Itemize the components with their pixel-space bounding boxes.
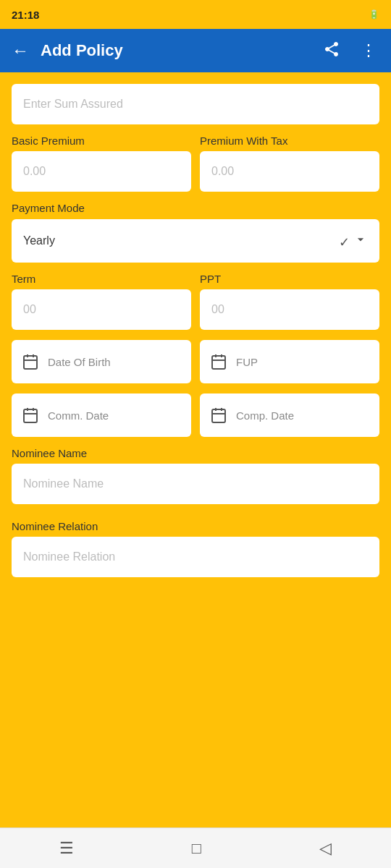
form-content: Basic Premium Premium With Tax Payment M…	[0, 72, 391, 599]
term-ppt-row: Term PPT	[12, 273, 379, 330]
premium-with-tax-label: Premium With Tax	[200, 135, 379, 147]
comm-date-button[interactable]: Comm. Date	[12, 393, 191, 437]
premium-with-tax-input[interactable]	[200, 151, 379, 192]
comm-date-col: Comm. Date	[12, 393, 191, 437]
comm-calendar-icon	[22, 407, 39, 424]
comm-date-label: Comm. Date	[48, 409, 109, 422]
nominee-relation-section: Nominee Relation	[12, 520, 379, 587]
share-button[interactable]	[317, 38, 346, 64]
svg-rect-8	[24, 409, 37, 422]
svg-rect-4	[212, 356, 225, 369]
comm-comp-row: Comm. Date Comp. Date	[12, 393, 379, 437]
dropdown-arrow-icon	[353, 232, 368, 247]
status-icons: 🔋	[369, 9, 379, 20]
dob-col: Date Of Birth	[12, 340, 191, 383]
share-icon	[323, 41, 340, 58]
date-of-birth-label: Date Of Birth	[48, 356, 111, 368]
menu-nav-button[interactable]: ☰	[45, 833, 88, 864]
dob-fup-row: Date Of Birth FUP	[12, 340, 379, 383]
comp-date-button[interactable]: Comp. Date	[200, 393, 379, 437]
network-icon: 🔋	[369, 9, 379, 20]
premium-row: Basic Premium Premium With Tax	[12, 135, 379, 192]
nominee-name-label: Nominee Name	[12, 447, 379, 459]
page-title: Add Policy	[41, 41, 308, 60]
fup-label: FUP	[236, 356, 258, 368]
nominee-name-input[interactable]	[12, 464, 379, 504]
basic-premium-col: Basic Premium	[12, 135, 191, 192]
comp-date-label: Comp. Date	[236, 409, 294, 422]
payment-mode-value: Yearly	[23, 234, 339, 247]
basic-premium-label: Basic Premium	[12, 135, 191, 147]
term-label: Term	[12, 273, 191, 285]
home-nav-button[interactable]: □	[177, 833, 216, 864]
svg-rect-0	[24, 356, 37, 369]
bottom-nav: ☰ □ ◁	[0, 827, 391, 868]
back-nav-button[interactable]: ◁	[305, 833, 346, 864]
status-bar: 21:18 🔋	[0, 0, 391, 29]
sum-assured-input[interactable]	[12, 84, 379, 124]
nominee-name-section: Nominee Name	[12, 447, 379, 514]
fup-col: FUP	[200, 340, 379, 383]
comp-calendar-icon	[210, 407, 227, 424]
date-of-birth-button[interactable]: Date Of Birth	[12, 340, 191, 383]
basic-premium-input[interactable]	[12, 151, 191, 192]
ppt-label: PPT	[200, 273, 379, 285]
status-time: 21:18	[12, 9, 39, 21]
payment-mode-dropdown[interactable]: Yearly ✓	[12, 219, 379, 263]
calendar-icon	[22, 353, 39, 370]
term-input[interactable]	[12, 289, 191, 330]
svg-rect-12	[212, 409, 225, 422]
fup-calendar-icon	[210, 353, 227, 370]
app-bar: ← Add Policy ⋮	[0, 29, 391, 72]
back-button[interactable]: ←	[9, 38, 32, 64]
fup-button[interactable]: FUP	[200, 340, 379, 383]
nominee-relation-label: Nominee Relation	[12, 520, 379, 532]
comp-date-col: Comp. Date	[200, 393, 379, 437]
term-col: Term	[12, 273, 191, 330]
ppt-input[interactable]	[200, 289, 379, 330]
premium-with-tax-col: Premium With Tax	[200, 135, 379, 192]
payment-mode-label: Payment Mode	[12, 202, 85, 214]
chevron-down-icon: ✓	[339, 232, 368, 250]
more-button[interactable]: ⋮	[355, 38, 382, 63]
ppt-col: PPT	[200, 273, 379, 330]
nominee-relation-input[interactable]	[12, 537, 379, 577]
